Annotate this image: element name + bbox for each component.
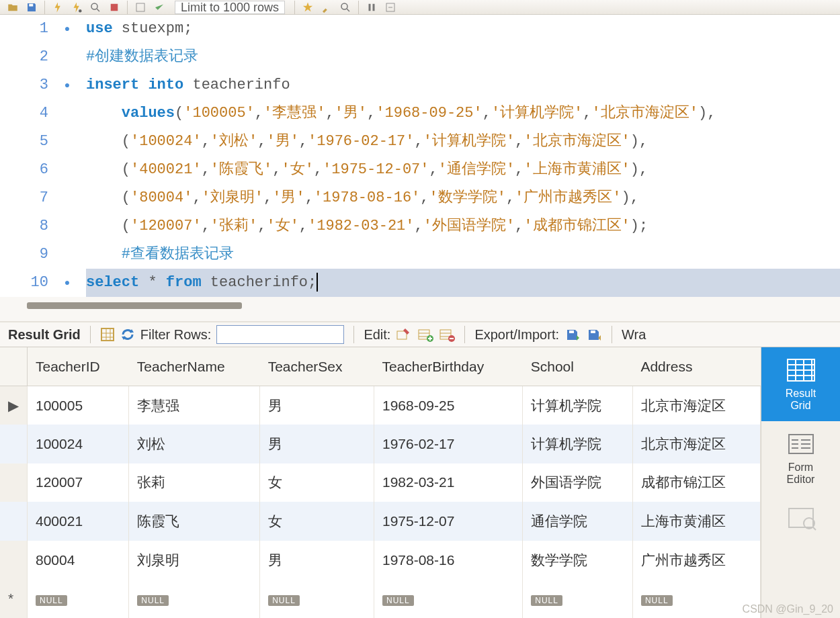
col-header[interactable]: TeacherName <box>129 347 260 386</box>
table-row[interactable]: ▶100005李慧强男1968-09-25计算机学院北京市海淀区 <box>0 386 761 425</box>
wrap-label: Wra <box>622 327 646 343</box>
lightning-cursor-icon[interactable] <box>69 1 84 13</box>
watermark: CSDN @Gin_9_20 <box>743 603 833 615</box>
svg-point-5 <box>341 3 347 9</box>
result-toolbar: Result Grid Filter Rows: Edit: Export/Im… <box>0 321 840 347</box>
code-area[interactable]: use stuexpm;#创建数据表记录insert into teacheri… <box>81 15 840 297</box>
main-toolbar: Limit to 1000 rows <box>0 0 840 15</box>
result-grid-label: Result Grid <box>8 327 81 343</box>
line-gutter: 12345678910 <box>0 15 54 297</box>
result-grid[interactable]: TeacherIDTeacherNameTeacherSexTeacherBir… <box>0 347 761 618</box>
svg-rect-9 <box>101 328 114 341</box>
table-row[interactable]: 400021陈霞飞女1975-12-07通信学院上海市黄浦区 <box>0 502 761 541</box>
add-row-icon[interactable] <box>417 327 433 342</box>
filter-input[interactable] <box>216 325 344 344</box>
col-header[interactable]: TeacherBirthday <box>374 347 522 386</box>
search-icon[interactable] <box>338 1 353 13</box>
result-sidepanel: Result Grid Form Editor <box>761 347 840 618</box>
breakpoint-gutter[interactable] <box>54 15 81 297</box>
svg-rect-0 <box>29 3 33 6</box>
magnifier-lightning-icon[interactable] <box>88 1 103 13</box>
lightning-icon[interactable] <box>50 1 65 13</box>
sidepanel-field-types[interactable] <box>761 495 840 541</box>
pause-icon[interactable] <box>364 1 379 13</box>
explain-icon[interactable] <box>133 1 148 13</box>
svg-rect-7 <box>373 3 375 11</box>
stop-icon[interactable] <box>107 1 122 13</box>
svg-rect-4 <box>136 3 144 11</box>
save-icon[interactable] <box>24 1 39 13</box>
delete-row-icon[interactable] <box>439 327 455 342</box>
export-icon[interactable] <box>564 327 581 342</box>
collapse-icon[interactable] <box>383 1 398 13</box>
svg-rect-6 <box>369 3 371 11</box>
edit-row-icon[interactable] <box>396 327 412 342</box>
svg-point-2 <box>91 3 97 9</box>
commit-icon[interactable] <box>152 1 167 13</box>
table-row[interactable]: 100024刘松男1976-02-17计算机学院北京市海淀区 <box>0 425 761 464</box>
filter-label: Filter Rows: <box>140 327 212 343</box>
open-icon[interactable] <box>5 1 20 13</box>
svg-rect-15 <box>569 330 574 333</box>
table-row[interactable]: 80004刘泉明男1978-08-16数学学院广州市越秀区 <box>0 541 761 580</box>
svg-rect-16 <box>591 330 595 333</box>
table-row[interactable]: *NULLNULLNULLNULLNULLNULL <box>0 579 761 618</box>
sidepanel-form-editor[interactable]: Form Editor <box>761 421 840 495</box>
export-label: Export/Import: <box>474 327 559 343</box>
limit-select[interactable]: Limit to 1000 rows <box>175 1 285 14</box>
col-header[interactable]: TeacherID <box>28 347 129 386</box>
grid-view-icon[interactable] <box>100 327 115 342</box>
col-header[interactable]: TeacherSex <box>260 347 374 386</box>
table-row[interactable]: 120007张莉女1982-03-21外国语学院成都市锦江区 <box>0 464 761 502</box>
import-icon[interactable] <box>586 327 602 342</box>
sidepanel-result-grid-label: Result Grid <box>786 388 816 412</box>
edit-label: Edit: <box>364 327 390 343</box>
svg-point-1 <box>79 9 82 13</box>
sidepanel-result-grid[interactable]: Result Grid <box>761 347 840 421</box>
col-header[interactable]: Address <box>632 347 760 386</box>
star-icon[interactable] <box>300 1 315 13</box>
svg-rect-3 <box>111 3 118 11</box>
sidepanel-form-editor-label: Form Editor <box>787 461 815 486</box>
sql-editor[interactable]: 12345678910 use stuexpm;#创建数据表记录insert i… <box>0 15 840 297</box>
col-header[interactable]: School <box>523 347 633 386</box>
refresh-icon[interactable] <box>120 327 135 342</box>
brush-icon[interactable] <box>319 1 334 13</box>
editor-hscrollbar[interactable] <box>27 302 255 316</box>
